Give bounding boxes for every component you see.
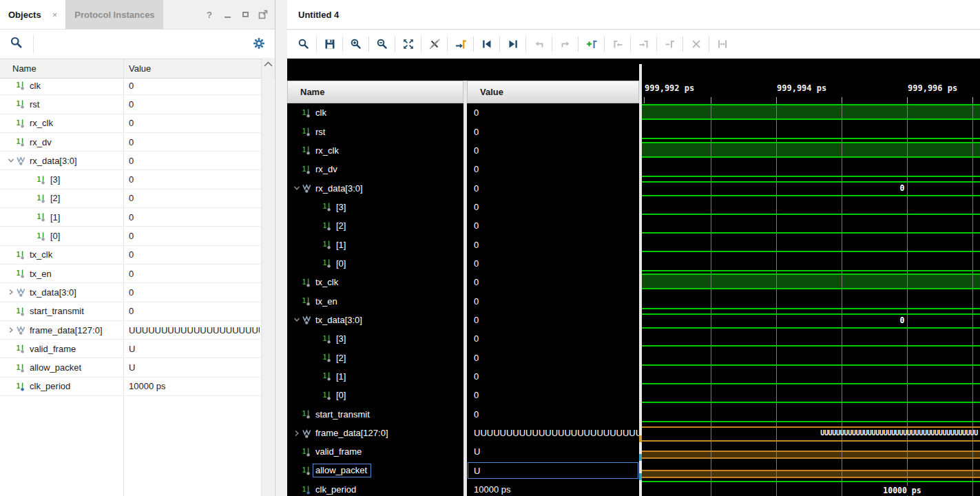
wave-name-row-frame_data1270[interactable]: frame_data[127:0]	[287, 424, 463, 442]
waveform-row-0[interactable]	[642, 386, 980, 404]
wave-name-row-rx_dv[interactable]: 1rx_dv	[287, 160, 463, 178]
objects-row-1[interactable]: 1[1]0	[0, 208, 262, 227]
objects-row-rx_clk[interactable]: 1rx_clk0	[0, 114, 262, 133]
close-icon[interactable]: ×	[52, 10, 58, 20]
expand-chevron-icon[interactable]	[291, 430, 302, 437]
scroll-up-button[interactable]	[262, 58, 274, 67]
collapse-chevron-icon[interactable]	[6, 157, 17, 164]
wave-value-row-tx_clk[interactable]: 0	[467, 273, 639, 291]
float-icon[interactable]	[258, 10, 268, 19]
objects-scrollbar[interactable]	[261, 58, 274, 496]
move-marker-button[interactable]	[660, 35, 679, 54]
waveform-row-1[interactable]	[642, 235, 980, 254]
waveform-row-allow_packet[interactable]	[642, 462, 980, 480]
wave-value-row-tx_en[interactable]: 0	[467, 291, 639, 310]
objects-row-0[interactable]: 1[0]0	[0, 227, 262, 245]
name-column-header[interactable]: Name	[0, 63, 37, 74]
wave-value-row-rx_data30[interactable]: 0	[467, 178, 639, 197]
objects-row-rx_dv[interactable]: 1rx_dv0	[0, 133, 262, 152]
objects-row-3[interactable]: 1[3]0	[0, 170, 262, 189]
wave-value-row-tx_data30[interactable]: 0	[467, 311, 639, 329]
wave-value-row-3[interactable]: 0	[467, 198, 639, 216]
wave-window-tab[interactable]: Untitled 4	[287, 0, 980, 30]
wave-value-row-rx_clk[interactable]: 0	[467, 141, 639, 160]
wave-name-row-clk[interactable]: 1clk	[287, 103, 463, 122]
wave-name-row-allow_packet[interactable]: 1allow_packet	[287, 462, 463, 480]
waveform-row-1[interactable]	[642, 367, 980, 386]
objects-row-clk_period[interactable]: 1clk_period10000 ps	[0, 378, 262, 396]
search-icon[interactable]	[10, 36, 23, 52]
objects-row-allow_packet[interactable]: 1allow_packetU	[0, 358, 262, 377]
waveform-row-tx_clk[interactable]	[642, 273, 980, 291]
waveform-row-clk_period[interactable]: 10000 ps	[642, 480, 980, 496]
wave-value-row-valid_frame[interactable]: U	[467, 442, 639, 461]
waveform-row-0[interactable]	[642, 254, 980, 273]
minimize-icon[interactable]	[222, 10, 232, 19]
collapse-chevron-icon[interactable]	[291, 316, 302, 323]
wave-name-header[interactable]: Name	[287, 81, 463, 103]
objects-row-tx_en[interactable]: 1tx_en0	[0, 265, 262, 283]
waveform-row-rst[interactable]	[642, 122, 980, 141]
wave-name-row-3[interactable]: 1[3]	[287, 329, 463, 348]
objects-row-clk[interactable]: 1clk0	[0, 76, 262, 95]
expand-chevron-icon[interactable]	[6, 327, 17, 333]
wave-value-row-rst[interactable]: 0	[467, 122, 639, 141]
add-marker-button[interactable]	[582, 35, 601, 54]
waveform-row-clk[interactable]	[642, 103, 980, 122]
maximize-icon[interactable]	[240, 10, 250, 19]
search-button[interactable]	[294, 35, 313, 54]
objects-row-2[interactable]: 1[2]0	[0, 189, 262, 208]
go-to-time-button[interactable]	[451, 35, 470, 54]
next-transition-button[interactable]	[503, 35, 522, 54]
tab-protocol-instances[interactable]: Protocol Instances	[66, 0, 163, 29]
wave-name-row-rx_data30[interactable]: rx_data[3:0]	[287, 178, 463, 197]
hide-cursor-button[interactable]	[425, 35, 444, 54]
wave-name-row-tx_en[interactable]: 1tx_en	[287, 291, 463, 310]
next-marker-button[interactable]	[634, 35, 653, 54]
time-ruler[interactable]: 999,992 ps999,994 ps999,996 ps	[642, 83, 980, 96]
objects-row-rx_data30[interactable]: rx_data[3:0]0	[0, 152, 262, 170]
tab-objects[interactable]: Objects ×	[0, 0, 66, 29]
wave-value-row-allow_packet[interactable]: U	[467, 462, 639, 480]
wave-value-row-start_transmit[interactable]: 0	[467, 405, 639, 424]
delete-marker-button[interactable]	[687, 35, 705, 54]
waveform-area[interactable]: 999,992 ps999,994 ps999,996 ps 00UUUUUUU…	[642, 59, 980, 496]
objects-row-tx_data30[interactable]: tx_data[3:0]0	[0, 283, 262, 302]
wave-value-row-rx_dv[interactable]: 0	[467, 160, 639, 178]
expand-chevron-icon[interactable]	[6, 289, 17, 296]
wave-name-row-1[interactable]: 1[1]	[287, 367, 463, 386]
previous-marker-button[interactable]	[608, 35, 627, 54]
waveform-row-start_transmit[interactable]	[642, 405, 980, 424]
waveform-row-tx_data30[interactable]: 0	[642, 311, 980, 329]
wave-value-row-2[interactable]: 0	[467, 216, 639, 235]
waveform-row-3[interactable]	[642, 329, 980, 348]
redo-button[interactable]	[556, 35, 574, 54]
wave-value-row-clk_period[interactable]: 10000 ps	[467, 480, 639, 496]
wave-name-row-tx_clk[interactable]: 1tx_clk	[287, 273, 463, 291]
waveform-row-rx_dv[interactable]	[642, 160, 980, 178]
settings-gear-icon[interactable]	[253, 37, 265, 52]
collapse-chevron-icon[interactable]	[291, 185, 302, 192]
objects-row-valid_frame[interactable]: 1valid_frameU	[0, 340, 262, 358]
wave-value-row-frame_data1270[interactable]: UUUUUUUUUUUUUUUUUUUUUUUUUUUUUU	[467, 424, 639, 442]
help-icon[interactable]: ?	[205, 10, 214, 19]
waveform-row-2[interactable]	[642, 216, 980, 235]
wave-value-header[interactable]: Value	[467, 81, 639, 103]
wave-name-row-0[interactable]: 1[0]	[287, 254, 463, 273]
waveform-row-rx_data30[interactable]: 0	[642, 178, 980, 197]
wave-name-row-tx_data30[interactable]: tx_data[3:0]	[287, 311, 463, 329]
previous-transition-button[interactable]	[477, 35, 496, 54]
wave-value-row-1[interactable]: 0	[467, 367, 639, 386]
wave-value-row-0[interactable]: 0	[467, 386, 639, 404]
wave-value-row-1[interactable]: 0	[467, 235, 639, 254]
wave-name-row-0[interactable]: 1[0]	[287, 386, 463, 404]
objects-row-tx_clk[interactable]: 1tx_clk0	[0, 246, 262, 265]
waveform-plot[interactable]: 00UUUUUUUUUUUUUUUUUUUUUUUUUUUUUUUUUUUUUU…	[642, 103, 980, 496]
wave-value-row-0[interactable]: 0	[467, 254, 639, 273]
waveform-row-2[interactable]	[642, 349, 980, 367]
waveform-row-3[interactable]	[642, 198, 980, 216]
wave-name-row-start_transmit[interactable]: 1start_transmit	[287, 405, 463, 424]
zoom-fit-button[interactable]	[399, 35, 417, 54]
wave-value-row-2[interactable]: 0	[467, 348, 639, 366]
wave-value-row-3[interactable]: 0	[467, 329, 639, 348]
